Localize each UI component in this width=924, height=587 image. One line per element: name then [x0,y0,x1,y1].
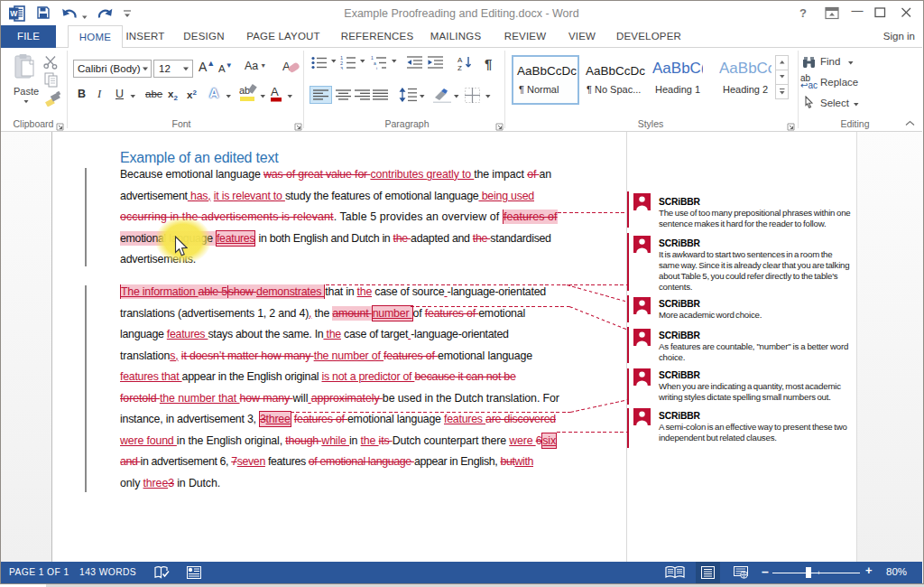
svg-text:A: A [282,60,291,73]
svg-text:i: i [376,66,377,70]
svg-text:A: A [457,56,463,64]
svg-text:3: 3 [340,66,343,70]
svg-text:Z: Z [457,64,462,70]
